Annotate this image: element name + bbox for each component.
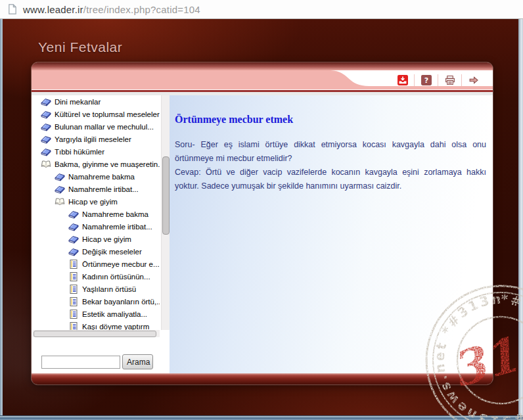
toolbar-divider [461,74,462,86]
book-closed-icon [68,209,79,220]
tree-item-label: Kaşı döyme yaptırm [82,323,149,331]
toolbar-divider [414,74,415,86]
content-panel: ? Dini mekanlarKültürel ve toplumsal mes… [32,62,493,385]
book-closed-icon [41,122,51,132]
book-closed-icon [41,109,51,120]
tree-item-label: Hicap ve giyim [68,198,118,206]
download-icon [398,75,408,85]
tree-item[interactable]: Yargıyla ilgili meseleler [33,133,160,145]
window-bottom-edge [0,415,523,420]
tree-item-label: Bulunan mallar ve mechulul... [55,123,154,131]
tree-item[interactable]: Örtünmeye mecbur e... [33,258,160,270]
horizontal-scrollbar-thumb[interactable] [34,331,156,337]
tree-vertical-scrollbar[interactable] [161,95,170,330]
panel-bottom-gradient-bar [32,373,493,385]
tree-item[interactable]: Yaşlıların örtüsü [33,283,160,295]
book-closed-icon [68,234,79,245]
content-paragraph: Soru- Eğer eş islami örtüye dikkat etmiy… [175,138,486,166]
tree-item[interactable]: Bakma, giyinme ve muaşeretin... [33,158,160,170]
book-closed-icon [41,147,51,157]
window-left-edge [0,19,3,415]
doc-icon [68,296,79,307]
doc-icon [68,309,79,319]
tree-item[interactable]: Namahreme bakma [33,170,160,183]
tree-item-label: Bekar bayanların örtü,... [82,298,160,306]
doc-icon [68,271,79,282]
help-button[interactable]: ? [421,75,432,86]
exit-icon [468,75,479,85]
vertical-scrollbar-thumb[interactable] [162,156,170,235]
book-closed-icon [41,97,51,107]
tree-item-label: Bakma, giyinme ve muaşeretin... [55,160,160,168]
url-text[interactable]: www.leader.ir/tree/index.php?catid=104 [23,4,200,15]
search-input[interactable] [41,356,120,369]
tree-item-label: Namahreme bakma [82,210,148,218]
tree-item-label: Namahremle irtibat... [82,223,152,231]
panel-top-gradient-bar [32,62,493,70]
address-bar[interactable]: www.leader.ir/tree/index.php?catid=104 [0,0,523,19]
tree-item[interactable]: Hicap ve giyim [33,195,160,208]
svg-text:?: ? [424,76,428,85]
book-closed-icon [41,134,51,145]
tree-item-label: Tıbbi hükümler [55,148,104,156]
book-closed-icon [55,172,65,182]
page-background: Yeni Fetvalar ? Dini mekanlarKültürel ve… [0,19,523,415]
print-icon [445,75,455,85]
window-right-edge [518,19,523,415]
tree-item-label: Örtünmeye mecbur e... [82,260,160,268]
page-file-icon [7,3,17,15]
content-heading: Örtünmeye mecbur etmek [175,114,486,126]
browser-window: www.leader.ir/tree/index.php?catid=104 Y… [0,0,523,420]
tree-item-label: Yaşlıların örtüsü [82,285,136,293]
tree-item-label: Yargıyla ilgili meseleler [55,135,131,143]
exit-button[interactable] [468,75,479,86]
tree-item[interactable]: Namahremle irtibat... [33,220,160,233]
book-open-icon [41,159,51,170]
tree-item[interactable]: Namahreme bakma [33,208,160,220]
tree-item[interactable]: Bekar bayanların örtü,... [33,295,160,308]
tree-item-label: Değişik meseleler [82,248,142,256]
search-button[interactable]: Arama [122,354,153,369]
panel-header-band: ? [32,70,493,90]
book-open-icon [55,197,65,207]
book-closed-icon [68,246,79,257]
tree-item[interactable]: Bulunan mallar ve mechulul... [33,120,160,133]
tree-item[interactable]: Hicap ve giyim [33,233,160,245]
url-host: www.leader.ir [23,4,83,15]
tree-item-label: Estetik amaliyatla... [82,310,147,318]
content-paragraph: Cevap: Örtü ve diğer vacip vazifelerde k… [175,166,486,193]
tree-list: Dini mekanlarKültürel ve toplumsal mesel… [33,95,160,330]
content-area: Örtünmeye mecbur etmek Soru- Eğer eş isl… [170,95,493,373]
tree-horizontal-scrollbar[interactable] [33,330,160,337]
tree-item[interactable]: Kültürel ve toplumsal meseleler [33,108,160,120]
tree-item[interactable]: Kaşı döyme yaptırm [33,320,160,330]
tree-item-label: Kültürel ve toplumsal meseleler [55,110,160,118]
tree-item-label: Kadının örtüsünün... [82,273,150,281]
tree-item[interactable]: Kadının örtüsünün... [33,270,160,283]
toolbar-divider [438,74,438,86]
tree-item[interactable]: Estetik amaliyatla... [33,308,160,320]
tree-item[interactable]: Değişik meseleler [33,245,160,258]
tree-item-label: Hicap ve giyim [82,235,131,243]
doc-icon [68,284,79,294]
tree-item-label: Dini mekanlar [55,98,101,106]
download-button[interactable] [397,75,408,86]
help-icon: ? [421,75,432,85]
tree-item[interactable]: Namahremle irtibat... [33,183,160,195]
doc-icon [68,321,79,331]
book-closed-icon [68,222,79,232]
print-button[interactable] [444,75,455,86]
search-area: Arama [32,337,170,373]
toolbar: ? [391,70,485,90]
tree-item[interactable]: Tıbbi hükümler [33,145,160,158]
doc-icon [68,259,79,269]
book-closed-icon [55,184,65,195]
tree-item[interactable]: Dini mekanlar [33,95,160,108]
url-path: /tree/index.php?catid=104 [83,4,200,15]
tree-item-label: Namahreme bakma [68,173,135,181]
tree-item-label: Namahremle irtibat... [68,185,139,193]
page-title: Yeni Fetvalar [38,39,122,55]
content-paragraphs: Soru- Eğer eş islami örtüye dikkat etmiy… [175,138,486,193]
